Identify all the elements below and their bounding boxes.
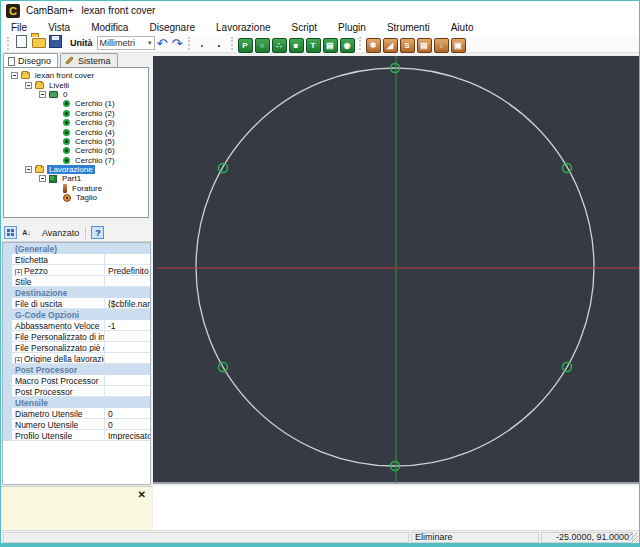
tree-item-cerchio-3[interactable]: Cerchio (3) — [4, 118, 148, 127]
machine-gcode-icon[interactable]: ▤ — [417, 38, 432, 53]
machine-profile-icon[interactable]: ◢ — [383, 38, 398, 53]
property-value[interactable] — [105, 353, 150, 364]
tree-item-lexan-front-cover[interactable]: lexan front cover — [4, 71, 148, 80]
menu-item-lavorazione[interactable]: Lavorazione — [214, 21, 272, 34]
draw-rectangle-icon[interactable]: ■ — [289, 38, 304, 53]
property-category-destinazione[interactable]: Destinazione — [3, 287, 150, 298]
property-row-profilo-utensile[interactable]: Profilo UtensileImprecisato — [3, 430, 150, 441]
draw-text-icon[interactable]: T — [306, 38, 321, 53]
toolbar-grip[interactable] — [7, 37, 10, 50]
help-icon[interactable]: ? — [91, 226, 104, 239]
property-row-macro-post-processor[interactable]: Macro Post Processor — [3, 375, 150, 386]
property-value[interactable]: 0 — [105, 408, 150, 419]
property-value[interactable]: -1 — [105, 320, 150, 331]
tree-item-cerchio-5[interactable]: Cerchio (5) — [4, 137, 148, 146]
property-value[interactable]: Predefinito — [105, 265, 150, 276]
machine-lathe-icon[interactable]: ▣ — [451, 38, 466, 53]
tree-item-label: Cerchio (6) — [73, 146, 117, 155]
property-value[interactable] — [105, 331, 150, 342]
menu-item-file[interactable]: File — [9, 21, 29, 34]
grid-toggle-icon[interactable] — [212, 38, 227, 53]
property-category-g-code-opzioni[interactable]: G-Code Opzioni — [3, 309, 150, 320]
tab-disegno[interactable]: Disegno — [3, 53, 58, 68]
property-value[interactable]: 0 — [105, 419, 150, 430]
tree-item-cerchio-4[interactable]: Cerchio (4) — [4, 127, 148, 136]
menu-item-script[interactable]: Script — [290, 21, 320, 34]
redo-button[interactable]: ↷ — [170, 36, 185, 51]
menu-item-plugin[interactable]: Plugin — [336, 21, 368, 34]
zoom-to-fit-icon[interactable] — [195, 38, 210, 53]
tree-item-part1[interactable]: Part1 — [4, 174, 148, 183]
property-row-post-processor[interactable]: Post Processor — [3, 386, 150, 397]
categorized-view-icon[interactable] — [4, 226, 17, 239]
advanced-button[interactable]: Avanzato — [42, 228, 79, 238]
sort-alphabetical-icon[interactable]: A↓ — [20, 226, 33, 239]
machine-engrave-icon[interactable]: S — [400, 38, 415, 53]
machine-pocket-icon[interactable]: ✱ — [366, 38, 381, 53]
tree-expander-icon[interactable] — [25, 166, 32, 173]
property-value[interactable] — [105, 342, 150, 353]
tree-expander-icon[interactable] — [39, 91, 46, 98]
machine-drill-icon[interactable]: ↓ — [434, 38, 449, 53]
toolbar-grip[interactable] — [231, 37, 234, 50]
property-value[interactable] — [105, 276, 150, 287]
property-row-file-personalizzato-pi-di-pag[interactable]: File Personalizzato piè di pag — [3, 342, 150, 353]
menu-item-modifica[interactable]: Modifica — [89, 21, 130, 34]
property-category-post-processor[interactable]: Post Processor — [3, 364, 150, 375]
close-icon[interactable]: ✕ — [138, 490, 146, 500]
property-value[interactable] — [105, 254, 150, 265]
tree-expander-icon[interactable] — [39, 175, 46, 182]
draw-polyline-icon[interactable]: P — [238, 38, 253, 53]
tree-item-cerchio-1[interactable]: Cerchio (1) — [4, 99, 148, 108]
property-category-utensile[interactable]: Utensile — [3, 397, 150, 408]
chevron-down-icon[interactable]: ▾ — [148, 39, 152, 47]
tree-item-taglio[interactable]: Taglio — [4, 193, 148, 202]
drawing-canvas[interactable] — [153, 56, 639, 484]
menu-item-vista[interactable]: Vista — [46, 21, 72, 34]
property-value[interactable]: {$cbfile.name}.n — [105, 298, 150, 309]
property-value[interactable] — [105, 375, 150, 386]
property-row-abbassamento-veloce[interactable]: Abbassamento Veloce-1 — [3, 320, 150, 331]
menu-item-disegnare[interactable]: Disegnare — [147, 21, 197, 34]
tree-item-lavorazione[interactable]: Lavorazione — [4, 165, 148, 174]
tree-expander-icon[interactable] — [11, 72, 18, 79]
tree-item-cerchio-6[interactable]: Cerchio (6) — [4, 146, 148, 155]
property-value[interactable]: Imprecisato — [105, 430, 150, 441]
tree-item-livelli[interactable]: Livelli — [4, 80, 148, 89]
property-row-diametro-utensile[interactable]: Diametro Utensile0 — [3, 408, 150, 419]
cut-outline-circle[interactable] — [196, 68, 594, 466]
tree-item-forature[interactable]: Forature — [4, 184, 148, 193]
tree-item-0[interactable]: 0 — [4, 90, 148, 99]
tree-item-cerchio-7[interactable]: Cerchio (7) — [4, 156, 148, 165]
property-row-stile[interactable]: Stile — [3, 276, 150, 287]
property-value[interactable] — [105, 386, 150, 397]
tree-item-cerchio-2[interactable]: Cerchio (2) — [4, 109, 148, 118]
properties-toolbar: A↓ Avanzato ? — [1, 224, 152, 242]
new-file-icon[interactable] — [14, 34, 29, 49]
tree-expander-icon[interactable] — [25, 82, 32, 89]
resize-grip[interactable] — [629, 533, 638, 542]
draw-circle-icon[interactable]: ○ — [255, 38, 270, 53]
expand-icon[interactable]: + — [15, 269, 22, 276]
draw-surface-icon[interactable]: ▤ — [323, 38, 338, 53]
expand-icon[interactable]: + — [15, 357, 22, 364]
save-icon[interactable] — [48, 34, 63, 49]
property-category-generale[interactable]: (Generale) — [3, 243, 150, 254]
menu-item-aiuto[interactable]: Aiuto — [449, 21, 476, 34]
menu-item-strumenti[interactable]: Strumenti — [385, 21, 432, 34]
draw-sphere-icon[interactable]: ◉ — [340, 38, 355, 53]
property-row-pezzo[interactable]: +PezzoPredefinito — [3, 265, 150, 276]
property-name: +Pezzo — [12, 265, 105, 276]
property-row-file-di-uscita[interactable]: File di uscita{$cbfile.name}.n — [3, 298, 150, 309]
open-folder-icon[interactable] — [31, 36, 46, 51]
unit-select[interactable]: Millimetri ▾ — [97, 36, 155, 50]
property-row-numero-utensile[interactable]: Numero Utensile0 — [3, 419, 150, 430]
property-row-etichetta[interactable]: Etichetta — [3, 254, 150, 265]
draw-point-list-icon[interactable]: ∴ — [272, 38, 287, 53]
property-row-file-personalizzato-di-intestaz[interactable]: File Personalizzato di intestaz — [3, 331, 150, 342]
toolbar-grip[interactable] — [188, 37, 191, 50]
property-row-origine-della-lavorazione[interactable]: +Origine della lavorazione — [3, 353, 150, 364]
undo-button[interactable]: ↶ — [155, 36, 170, 51]
tab-sistema[interactable]: Sistema — [60, 53, 118, 67]
toolbar-grip[interactable] — [359, 37, 362, 50]
